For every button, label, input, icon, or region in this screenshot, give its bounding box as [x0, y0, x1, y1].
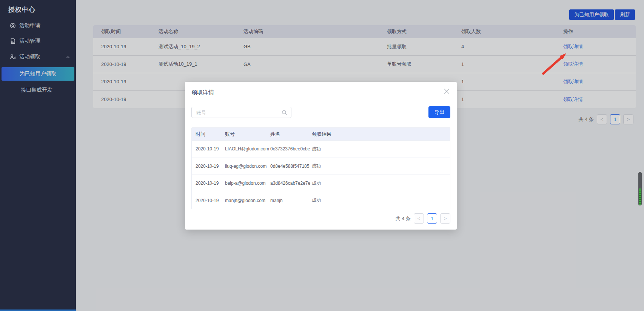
- cell-result: 成功: [312, 197, 450, 204]
- cell-account: manjh@glodon.com: [225, 198, 270, 203]
- modal-table-row: 2020-10-19 manjh@glodon.com manjh 成功: [192, 192, 450, 209]
- chevron-right-icon: >: [444, 216, 447, 221]
- cell-account: baip-a@glodon.com: [225, 181, 270, 186]
- search-icon: [282, 110, 287, 115]
- prev-page-button[interactable]: <: [414, 213, 424, 224]
- col-header-name: 姓名: [270, 131, 312, 138]
- cell-result: 成功: [312, 146, 450, 152]
- next-page-button[interactable]: >: [440, 213, 450, 224]
- col-header-account: 账号: [225, 131, 270, 138]
- modal-table-row: 2020-10-19 baip-a@glodon.com a3d8426cab7…: [192, 175, 450, 192]
- scrollbar-progress-stripes: [639, 188, 641, 205]
- close-icon[interactable]: [442, 87, 451, 95]
- total-count: 共 4 条: [396, 215, 411, 222]
- claim-detail-modal: 领取详情 导出 时间 账号 姓名 领取结果 2020-10-19 LIAOLH@…: [185, 82, 457, 230]
- cell-account: liuq-ag@glodon.com: [225, 164, 270, 169]
- cell-result: 成功: [312, 163, 450, 169]
- modal-table-header-row: 时间 账号 姓名 领取结果: [192, 128, 450, 140]
- cell-time: 2020-10-19: [196, 181, 225, 186]
- cell-name: 0d8e4e588f547185: [270, 164, 312, 169]
- account-search-box: [191, 107, 291, 118]
- export-button[interactable]: 导出: [428, 106, 450, 118]
- modal-table-row: 2020-10-19 LIAOLH@glodon.com 0c3732376be…: [192, 140, 450, 158]
- account-search-input[interactable]: [192, 110, 282, 115]
- scrollbar-thumb[interactable]: [638, 172, 642, 206]
- modal-pagination: 共 4 条 < 1 >: [396, 213, 450, 224]
- col-header-result: 领取结果: [312, 131, 450, 138]
- modal-table-row: 2020-10-19 liuq-ag@glodon.com 0d8e4e588f…: [192, 158, 450, 175]
- page-number-button[interactable]: 1: [427, 213, 437, 224]
- modal-title: 领取详情: [191, 89, 214, 96]
- cell-account: LIAOLH@glodon.com: [225, 146, 270, 152]
- cell-time: 2020-10-19: [196, 146, 225, 152]
- cell-name: a3d8426cab7e2e7e: [270, 181, 312, 186]
- cell-name: 0c3732376bee0cbe: [270, 146, 312, 152]
- cell-time: 2020-10-19: [196, 164, 225, 169]
- chevron-left-icon: <: [418, 216, 421, 221]
- cell-result: 成功: [312, 180, 450, 187]
- claim-detail-table: 时间 账号 姓名 领取结果 2020-10-19 LIAOLH@glodon.c…: [191, 127, 450, 209]
- cell-time: 2020-10-19: [196, 198, 225, 203]
- cell-name: manjh: [270, 198, 312, 203]
- col-header-time: 时间: [196, 131, 225, 138]
